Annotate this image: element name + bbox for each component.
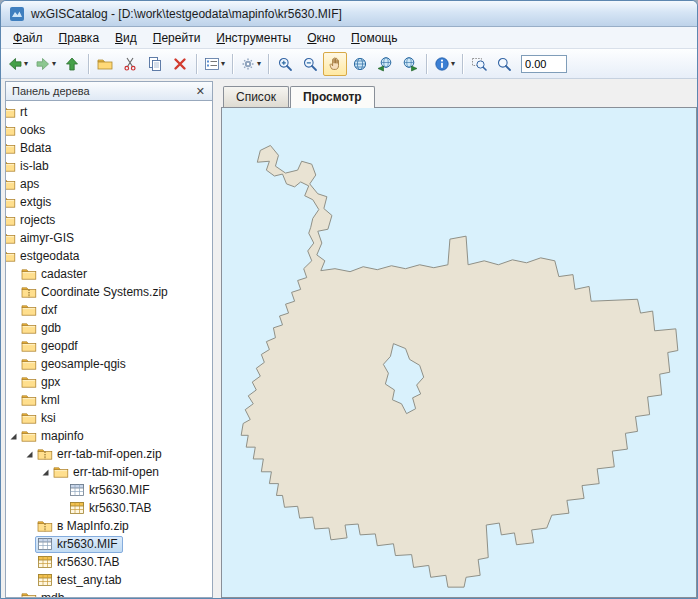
tree-item-content[interactable]: gpx: [19, 374, 65, 391]
zoom-rectangle-button[interactable]: [467, 52, 491, 76]
previous-extent-button[interactable]: [373, 52, 397, 76]
cut-button[interactable]: [118, 52, 142, 76]
tree-item[interactable]: kr5630.TAB: [6, 499, 212, 517]
tree-item[interactable]: aps: [6, 175, 212, 193]
expand-arrow-icon[interactable]: [39, 466, 51, 478]
menu-window[interactable]: Окно: [299, 28, 343, 48]
tree-item[interactable]: Coordinate Systems.zip: [6, 283, 212, 301]
tree-item[interactable]: err-tab-mif-open.zip: [6, 445, 212, 463]
forward-button[interactable]: ▾: [32, 52, 59, 76]
tree-item[interactable]: gpx: [6, 373, 212, 391]
menu-file[interactable]: Файл: [5, 28, 51, 48]
tree-item[interactable]: estgeodata: [6, 247, 212, 265]
tree-item-content[interactable]: geopdf: [19, 338, 83, 355]
tree-item-content[interactable]: gdb: [19, 320, 66, 337]
tree-item-content[interactable]: kml: [19, 392, 65, 409]
tree-item-content[interactable]: в MapInfo.zip: [35, 518, 134, 535]
zoom-in-button[interactable]: [273, 52, 297, 76]
menu-view[interactable]: Вид: [107, 28, 145, 48]
tree-item-content[interactable]: Coordinate Systems.zip: [19, 284, 173, 301]
tree-item[interactable]: ooks: [6, 121, 212, 139]
tree-item[interactable]: rt: [6, 103, 212, 121]
tree-item-content[interactable]: mapinfo: [19, 428, 89, 445]
tree-item-content[interactable]: geosample-qgis: [19, 356, 131, 373]
title-bar[interactable]: wxGISCatalog - [D:\work\testgeodata\mapi…: [1, 1, 697, 27]
tree-item[interactable]: ksi: [6, 409, 212, 427]
views-button[interactable]: ▾: [201, 52, 228, 76]
tree-item-content[interactable]: ooks: [7, 122, 50, 139]
tree-item-content[interactable]: test_any.tab: [35, 572, 127, 589]
tree-item-selected[interactable]: kr5630.MIF: [35, 536, 123, 553]
chevron-down-icon[interactable]: ▾: [451, 60, 455, 68]
tree-item[interactable]: в MapInfo.zip: [6, 517, 212, 535]
menu-go[interactable]: Перейти: [145, 28, 209, 48]
connect-folder-button[interactable]: [93, 52, 117, 76]
chevron-down-icon[interactable]: ▾: [257, 60, 261, 68]
window-body: Панель дерева ✕ rtooksBdatais-labapsextg…: [1, 79, 697, 598]
tree-item-content[interactable]: Bdata: [7, 140, 56, 157]
tree-item-content[interactable]: estgeodata: [7, 248, 84, 265]
create-new-button[interactable]: ▾: [237, 52, 264, 76]
tree-item-content[interactable]: dxf: [19, 302, 62, 319]
tree-item-content[interactable]: mdb: [19, 590, 69, 599]
identify-button[interactable]: ▾: [431, 52, 458, 76]
tree-item[interactable]: dxf: [6, 301, 212, 319]
tree-item[interactable]: geosample-qgis: [6, 355, 212, 373]
tree-item[interactable]: kr5630.MIF: [6, 481, 212, 499]
scale-input[interactable]: [521, 55, 567, 73]
tree-item-content[interactable]: kr5630.TAB: [35, 554, 124, 571]
tree-item[interactable]: mdb: [6, 589, 212, 598]
tree-item[interactable]: kml: [6, 391, 212, 409]
tree-item-content[interactable]: kr5630.TAB: [67, 500, 156, 517]
map-preview[interactable]: [221, 107, 697, 598]
tree-item[interactable]: gdb: [6, 319, 212, 337]
tab-list-view[interactable]: Список: [223, 86, 289, 107]
tree-item[interactable]: kr5630.MIF: [6, 535, 212, 553]
tree-item-content[interactable]: aps: [7, 176, 44, 193]
expand-arrow-icon[interactable]: [7, 430, 19, 442]
delete-button[interactable]: [168, 52, 192, 76]
panel-close-button[interactable]: ✕: [193, 85, 208, 98]
folder-icon: [21, 338, 37, 354]
tree-item-label: Bdata: [18, 141, 51, 155]
full-extent-button[interactable]: [348, 52, 372, 76]
panel-splitter[interactable]: [213, 81, 221, 598]
chevron-down-icon[interactable]: ▾: [221, 60, 225, 68]
menu-tools[interactable]: Инструменты: [208, 28, 299, 48]
tree-item-content[interactable]: kr5630.MIF: [67, 482, 155, 499]
chevron-down-icon[interactable]: ▾: [52, 60, 56, 68]
menu-edit[interactable]: Правка: [51, 28, 108, 48]
tree-item[interactable]: Bdata: [6, 139, 212, 157]
tree-item[interactable]: mapinfo: [6, 427, 212, 445]
tree-item[interactable]: rojects: [6, 211, 212, 229]
copy-button[interactable]: [143, 52, 167, 76]
tree-item-label: estgeodata: [18, 249, 79, 263]
tree-item[interactable]: kr5630.TAB: [6, 553, 212, 571]
tree-item[interactable]: aimyr-GIS: [6, 229, 212, 247]
tree-item[interactable]: cadaster: [6, 265, 212, 283]
tree-item-content[interactable]: ksi: [19, 410, 61, 427]
tree-item[interactable]: is-lab: [6, 157, 212, 175]
chevron-down-icon[interactable]: ▾: [24, 60, 28, 68]
back-button[interactable]: ▾: [4, 52, 31, 76]
tree-item-content[interactable]: cadaster: [19, 266, 92, 283]
expand-arrow-icon[interactable]: [23, 448, 35, 460]
find-button[interactable]: [492, 52, 516, 76]
tree-item-content[interactable]: rt: [7, 104, 32, 121]
next-extent-button[interactable]: [398, 52, 422, 76]
tree-item-content[interactable]: err-tab-mif-open.zip: [35, 446, 167, 463]
tree-item-content[interactable]: aimyr-GIS: [7, 230, 79, 247]
tree-item-content[interactable]: is-lab: [7, 158, 54, 175]
tree-item-content[interactable]: err-tab-mif-open: [51, 464, 164, 481]
menu-help[interactable]: Помощь: [343, 28, 405, 48]
zoom-out-button[interactable]: [298, 52, 322, 76]
tree-item[interactable]: geopdf: [6, 337, 212, 355]
tree-item[interactable]: err-tab-mif-open: [6, 463, 212, 481]
tab-preview[interactable]: Просмотр: [290, 86, 375, 108]
pan-button[interactable]: [323, 52, 347, 76]
tree-item[interactable]: extgis: [6, 193, 212, 211]
up-one-level-button[interactable]: [60, 52, 84, 76]
tree-item-content[interactable]: rojects: [7, 212, 60, 229]
tree-item[interactable]: test_any.tab: [6, 571, 212, 589]
tree-item-content[interactable]: extgis: [7, 194, 56, 211]
